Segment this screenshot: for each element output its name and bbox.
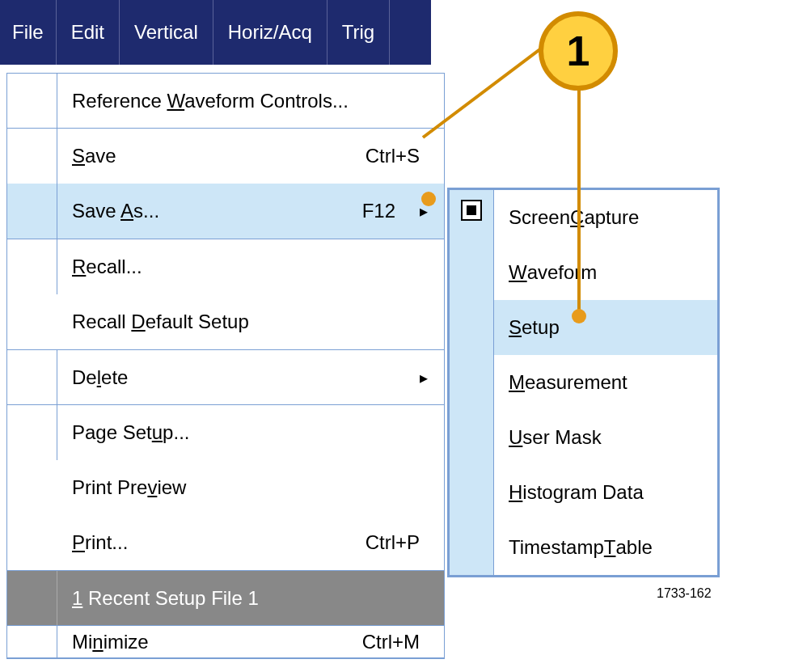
menu-delete[interactable]: Delete ▸ [7,350,444,405]
callout-dot [572,309,586,323]
menu-print-preview[interactable]: Print Preview [7,460,444,515]
menu-icon-empty [7,571,57,625]
menu-icon-empty [7,405,57,460]
submenu-screen-capture[interactable]: Screen Capture [494,190,717,245]
menu-reference-waveform[interactable]: Reference Waveform Controls... [7,74,444,129]
menu-edit[interactable]: Edit [57,0,120,65]
submenu-icon-column [450,190,494,575]
menu-label: Reference Waveform Controls... [57,90,444,112]
menu-vertical[interactable]: Vertical [120,0,213,65]
menu-save[interactable]: Save Ctrl+S [7,129,444,184]
submenu-timestamp[interactable]: Timestamp Table [494,520,717,575]
callout-badge-1: 1 [539,11,618,91]
menu-label: Recall Default Setup [7,311,444,333]
menu-shortcut: F12 [362,200,420,222]
menu-label: Save As... [57,200,362,222]
menu-icon-empty [7,74,57,128]
menu-icon-empty [7,626,57,657]
menu-icon-empty [7,184,57,239]
submenu-histogram[interactable]: Histogram Data [494,465,717,520]
submenu-setup[interactable]: Setup [494,300,717,355]
menu-recent-setup: 1 Recent Setup File 1 [7,571,444,626]
menu-file[interactable]: File [0,0,57,65]
menu-shortcut: Ctrl+S [366,145,444,167]
menu-print[interactable]: Print... Ctrl+P [7,515,444,570]
menu-icon-empty [7,239,57,294]
menu-label: Print Preview [7,476,444,499]
menu-label: Print... [7,531,366,554]
menu-recall-default[interactable]: Recall Default Setup [7,294,444,349]
submenu-measurement[interactable]: Measurement [494,355,717,410]
menubar: File Edit Vertical Horiz/Acq Trig [0,0,431,65]
menu-label: Save [57,145,366,167]
menu-label: Delete [57,366,420,389]
save-as-submenu: Screen Capture Waveform Setup Measuremen… [447,188,720,577]
file-dropdown: Reference Waveform Controls... Save Ctrl… [6,73,445,659]
callout-line [577,87,581,314]
submenu-user-mask[interactable]: User Mask [494,410,717,465]
menu-page-setup[interactable]: Page Setup... [7,405,444,460]
callout-dot [421,192,436,206]
menu-label: Minimize [57,631,362,653]
menu-horiz-acq[interactable]: Horiz/Acq [213,0,328,65]
menu-icon-empty [7,350,57,404]
menu-shortcut: Ctrl+P [366,531,444,554]
menu-save-as[interactable]: Save As... F12 ▸ [7,184,444,239]
menu-trig[interactable]: Trig [328,0,390,65]
menu-recall[interactable]: Recall... [7,239,444,294]
menu-shortcut: Ctrl+M [362,631,444,653]
menu-label: Page Setup... [57,421,444,444]
submenu-arrow-icon: ▸ [420,368,444,387]
menu-label: 1 Recent Setup File 1 [57,587,444,610]
menu-label: Recall... [57,256,444,278]
submenu-waveform[interactable]: Waveform [494,245,717,300]
figure-id: 1733-162 [657,586,712,601]
stop-icon [461,200,482,221]
menu-minimize[interactable]: Minimize Ctrl+M [7,626,444,658]
menu-icon-empty [7,129,57,184]
